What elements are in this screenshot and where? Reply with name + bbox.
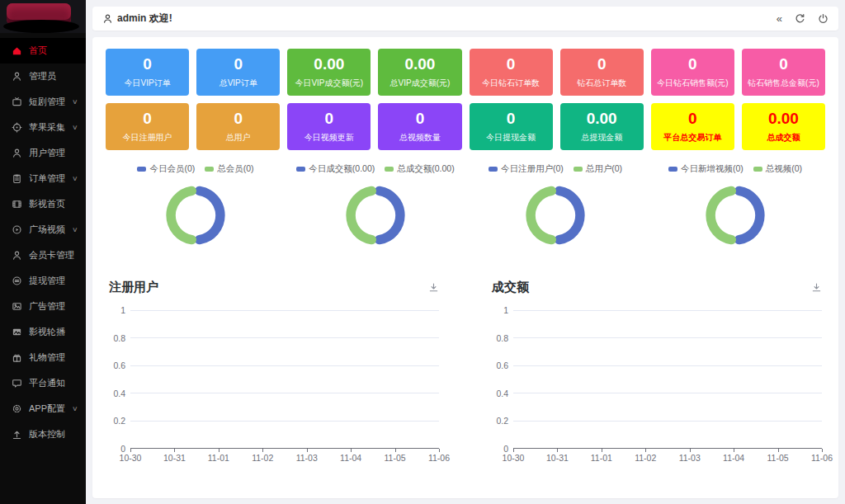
main-content: 0今日VIP订单 0总VIP订单 0.00今日VIP成交额(元) 0.00总VI… [92,37,838,498]
stat-label: 总成交额 [742,132,825,144]
member-icon [12,250,22,261]
sidebar-item-member-card[interactable]: 会员卡管理 [0,243,86,268]
chart-title: 成交额 [492,280,529,295]
legend-swatch-green [574,167,583,172]
sidebar-item-apple-collect[interactable]: 苹果采集 ∨ [0,115,86,140]
legend-label: 今日新增视频(0) [681,163,744,175]
legend-swatch-blue [489,167,498,172]
target-icon [12,122,22,133]
sidebar-item-home[interactable]: 首页 [0,38,86,64]
carousel-image-icon [12,327,22,337]
donut-graphic [159,179,232,252]
chevron-down-icon: ∨ [72,124,78,131]
sidebar-item-carousel[interactable]: 影视轮播 [0,319,86,345]
sidebar-item-short-drama[interactable]: 短剧管理 ∨ [0,89,86,115]
app-logo [0,0,86,33]
sidebar-item-label: 首页 [29,45,78,57]
play-circle-icon [12,224,22,235]
stat-value: 0 [470,55,553,74]
stat-label: 今日视频更新 [287,132,371,144]
chart-legend: 今日会员(0) 总会员(0) [137,163,253,175]
download-icon[interactable] [811,282,822,293]
legend-swatch-blue [668,167,677,172]
chart-legend: 今日成交额(0.00) 总成交额(0.00) [296,163,454,175]
power-icon[interactable] [818,13,828,24]
film-icon [12,199,22,210]
stat-value: 0 [196,55,280,74]
refresh-icon[interactable] [795,13,805,24]
stat-card: 0钻石销售总金额(元) [742,49,825,96]
stat-label: 钻石总订单数 [560,78,644,89]
line-chart-registered-users: 注册用户 10.80.60.40.20 10-3010-3111-0111-02… [109,280,439,466]
stat-value: 0 [651,55,734,74]
x-axis-labels: 10-3010-3111-0111-0211-0311-0411-0511-06 [130,453,439,466]
stat-card: 0今日注册用户 [106,103,189,150]
line-charts-row: 注册用户 10.80.60.40.20 10-3010-3111-0111-02… [106,280,825,466]
stat-card: 0.00今日VIP成交额(元) [287,49,371,96]
sidebar-item-label: APP配置 [29,403,73,415]
home-icon [12,45,22,56]
coin-icon [12,276,22,286]
sidebar-item-plaza-video[interactable]: 广场视频 ∨ [0,217,86,243]
donut-charts-row: 今日会员(0) 总会员(0) 今日成交额(0.00) 总成交额(0.00) 今日… [106,163,825,252]
greeting-text: admin 欢迎! [117,12,172,26]
sidebar-item-gifts[interactable]: 礼物管理 [0,345,86,370]
stat-card: 0今日钻石订单数 [470,49,553,96]
tv-icon [12,97,22,107]
sidebar-item-version[interactable]: 版本控制 [0,422,86,447]
legend-label: 今日成交额(0.00) [309,163,375,175]
sidebar-item-users[interactable]: 用户管理 [0,140,86,166]
gift-icon [12,352,22,363]
donut-chart-videos: 今日新增视频(0) 总视频(0) [645,163,825,252]
sidebar-item-label: 管理员 [29,70,78,82]
stat-card: 0钻石总订单数 [560,49,644,96]
collapse-sidebar-icon[interactable]: « [777,13,782,24]
sidebar-item-notice[interactable]: 平台通知 [0,370,86,396]
sidebar-item-label: 影视首页 [29,198,78,210]
sidebar-item-app-config[interactable]: APP配置 ∨ [0,396,86,422]
stat-label: 平台总交易订单 [651,132,734,144]
stat-card: 0总用户 [196,103,280,150]
sidebar-item-label: 提现管理 [29,275,78,287]
y-axis-labels: 10.80.60.40.20 [109,310,130,449]
stat-card: 0总视频数量 [378,103,461,150]
upload-icon [12,429,22,440]
stat-label: 总VIP成交额(元) [378,78,461,89]
stat-value: 0 [742,55,825,74]
donut-chart-registered: 今日注册用户(0) 总用户(0) [465,163,645,252]
sidebar-item-movie-home[interactable]: 影视首页 [0,191,86,217]
top-header: admin 欢迎! « [92,7,838,31]
donut-graphic [519,179,592,252]
sidebar-item-orders[interactable]: 订单管理 ∨ [0,166,86,191]
sidebar-item-ads[interactable]: 广告管理 [0,294,86,319]
stat-label: 总提现金额 [560,132,644,144]
stat-label: 今日VIP订单 [106,78,189,89]
stat-value: 0.00 [287,55,371,74]
ad-icon [12,301,22,312]
stat-card: 0今日提现金额 [470,103,553,150]
download-icon[interactable] [428,282,439,293]
line-chart-turnover: 成交额 10.80.60.40.20 10-3010-3111-0111-021… [492,280,822,466]
plot-area [513,310,822,449]
stat-label: 钻石销售总金额(元) [742,78,825,89]
sidebar-item-admins[interactable]: 管理员 [0,64,86,89]
sidebar: 首页 管理员 短剧管理 ∨ 苹果采集 ∨ 用户管理 订单管理 ∨ 影视首页 [0,0,86,504]
stat-card: 0平台总交易订单 [651,103,734,150]
legend-swatch-blue [296,167,305,172]
message-icon [12,378,22,389]
stat-value: 0 [196,110,280,129]
stat-card: 0.00总提现金额 [560,103,644,150]
stat-label: 今日钻石销售额(元) [651,78,734,89]
legend-label: 今日注册用户(0) [501,163,564,175]
sidebar-item-label: 用户管理 [29,147,78,159]
chevron-down-icon: ∨ [72,405,78,412]
stat-label: 总VIP订单 [196,78,280,89]
user-icon [12,148,22,158]
stat-card: 0今日钻石销售额(元) [651,49,734,96]
stat-cards-row-1: 0今日VIP订单 0总VIP订单 0.00今日VIP成交额(元) 0.00总VI… [106,49,825,96]
sidebar-item-withdraw[interactable]: 提现管理 [0,268,86,294]
sidebar-item-label: 会员卡管理 [29,249,78,261]
stat-value: 0 [560,55,644,74]
legend-swatch-green [385,167,394,172]
sidebar-item-label: 礼物管理 [29,351,78,364]
